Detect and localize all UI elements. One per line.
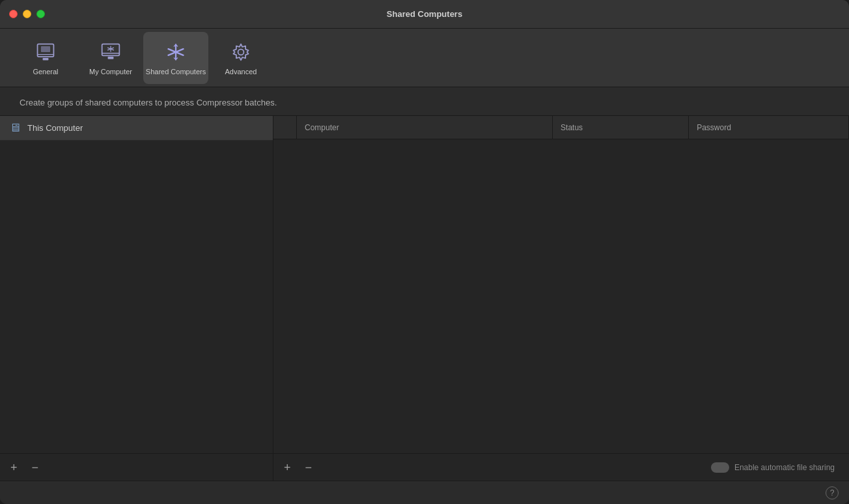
general-icon <box>34 40 57 64</box>
groups-pane: 🖥 This Computer + − <box>0 116 273 481</box>
table-header-checkbox-col <box>273 116 297 139</box>
right-pane-footer: + − Enable automatic file sharing <box>273 453 849 481</box>
table-header: Computer Status Password <box>273 116 849 139</box>
remove-group-button[interactable]: − <box>29 460 42 475</box>
content-area: Create groups of shared computers to pro… <box>0 87 849 481</box>
add-computer-button[interactable]: + <box>281 460 294 475</box>
svg-rect-5 <box>108 57 114 59</box>
titlebar: Shared Computers <box>0 0 849 29</box>
traffic-lights <box>9 10 45 18</box>
svg-rect-1 <box>43 57 49 60</box>
app-window: Shared Computers General <box>0 0 849 504</box>
add-group-button[interactable]: + <box>8 460 20 475</box>
shared-computers-icon <box>164 40 188 64</box>
enable-sharing-label: Enable automatic file sharing <box>734 463 835 472</box>
this-computer-label: This Computer <box>27 123 83 133</box>
list-item[interactable]: 🖥 This Computer <box>0 116 273 141</box>
enable-sharing-toggle[interactable] <box>711 462 729 473</box>
this-computer-icon: 🖥 <box>9 121 21 135</box>
svg-rect-3 <box>41 46 50 52</box>
my-computer-icon <box>99 40 122 64</box>
help-button[interactable]: ? <box>826 486 839 499</box>
groups-list: 🖥 This Computer <box>0 116 273 453</box>
tab-shared-computers-label: Shared Computers <box>146 68 206 76</box>
tab-advanced-label: Advanced <box>225 68 257 76</box>
toolbar: General My Computer <box>0 29 849 87</box>
tab-general[interactable]: General <box>13 32 78 84</box>
window-title: Shared Computers <box>387 9 462 19</box>
computers-pane: Computer Status Password + − Enable auto… <box>273 116 849 481</box>
table-header-computer: Computer <box>297 116 553 139</box>
bottom-bar: ? <box>0 481 849 504</box>
minimize-button[interactable] <box>23 10 31 18</box>
maximize-button[interactable] <box>36 10 45 18</box>
enable-sharing-area: Enable automatic file sharing <box>711 462 835 473</box>
close-button[interactable] <box>9 10 18 18</box>
svg-point-17 <box>238 49 244 55</box>
computers-table-body <box>273 139 849 453</box>
tab-advanced[interactable]: Advanced <box>208 32 273 84</box>
tab-my-computer[interactable]: My Computer <box>78 32 143 84</box>
tab-general-label: General <box>33 68 58 76</box>
remove-computer-button[interactable]: − <box>303 460 315 475</box>
table-header-status: Status <box>553 116 689 139</box>
tab-my-computer-label: My Computer <box>89 68 132 76</box>
description-text: Create groups of shared computers to pro… <box>0 87 849 115</box>
panes-container: 🖥 This Computer + − Computer Status Pass… <box>0 115 849 481</box>
advanced-icon <box>229 40 253 64</box>
left-pane-footer: + − <box>0 453 273 481</box>
table-header-password: Password <box>689 116 849 139</box>
tab-shared-computers[interactable]: Shared Computers <box>143 32 208 84</box>
